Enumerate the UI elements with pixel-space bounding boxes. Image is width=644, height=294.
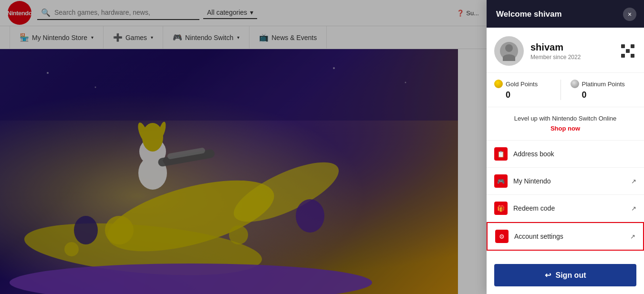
my-nintendo-icon: 🎮: [494, 174, 508, 188]
hero-illustration: [0, 49, 458, 294]
sign-out-label: Sign out: [556, 271, 586, 280]
shop-now-link[interactable]: Shop now: [551, 125, 580, 132]
support-label: Su...: [466, 10, 479, 17]
welcome-text: Welcome shivam: [496, 10, 562, 19]
search-bar[interactable]: 🔍: [37, 6, 199, 20]
chevron-games: ▾: [151, 35, 153, 40]
panel-header: Welcome shivam ×: [487, 0, 644, 28]
hero-background: [0, 49, 458, 294]
switch-icon: 🎮: [173, 33, 182, 42]
chevron-down-icon: ▾: [250, 9, 253, 16]
nav-label-games: Games: [125, 34, 147, 41]
close-button[interactable]: ×: [623, 8, 636, 21]
svg-point-13: [296, 199, 324, 233]
nso-promo: Level up with Nintendo Switch Online Sho…: [487, 107, 644, 141]
store-icon: 🏪: [20, 33, 29, 42]
nav-item-games[interactable]: ➕ Games ▾: [104, 26, 163, 49]
platinum-points-value: 0: [571, 90, 587, 100]
games-icon: ➕: [113, 33, 123, 42]
account-settings-icon: ⚙: [495, 230, 509, 243]
menu-item-address-book[interactable]: 📋 Address book: [487, 141, 644, 168]
platinum-points-item: Platinum Points 0: [561, 80, 637, 100]
search-icon: 🔍: [41, 8, 51, 17]
profile-left: shivam Member since 2022: [494, 36, 581, 66]
nav-label-store: My Nintendo Store: [32, 34, 87, 41]
main-content: Nintendo 🔍 All categories ▾ ❓ Su... 🏪 My…: [0, 0, 487, 294]
logo-text: Nintendo: [7, 10, 32, 17]
svg-point-12: [74, 216, 98, 244]
platinum-points-icon: [571, 80, 579, 88]
nav-label-news: News & Events: [271, 34, 317, 41]
svg-point-17: [47, 72, 49, 74]
menu-items: 📋 Address book 🎮 My Nintendo ↗ 🎁 Redeem …: [487, 141, 644, 258]
svg-point-18: [95, 87, 96, 88]
gold-points-label-row: Gold Points: [494, 80, 538, 88]
svg-point-4: [229, 225, 248, 244]
external-link-icon-3: ↗: [630, 233, 635, 240]
nav-item-nintendo-switch[interactable]: 🎮 Nintendo Switch ▾: [163, 26, 249, 49]
category-label: All categories: [207, 9, 247, 16]
member-since: Member since 2022: [530, 54, 581, 61]
nso-promo-text: Level up with Nintendo Switch Online: [494, 115, 636, 122]
external-link-icon-2: ↗: [631, 205, 636, 212]
menu-item-label-redeem-code: Redeem code: [513, 204, 631, 212]
menu-item-redeem-code[interactable]: 🎁 Redeem code ↗: [487, 195, 644, 222]
category-selector[interactable]: All categories ▾: [203, 7, 257, 19]
panel-body: shivam Member since 2022 Gold Points 0: [487, 28, 644, 294]
address-book-icon: 📋: [494, 147, 508, 161]
chevron-store: ▾: [91, 35, 93, 40]
gold-points-value: 0: [494, 90, 510, 100]
gold-points-item: Gold Points 0: [494, 80, 561, 100]
svg-rect-16: [0, 49, 458, 121]
chevron-switch: ▾: [237, 35, 239, 40]
menu-item-account-settings[interactable]: ⚙ Account settings ↗: [487, 222, 644, 251]
qr-code-button[interactable]: [619, 42, 636, 60]
redeem-code-icon: 🎁: [494, 202, 508, 215]
support-button[interactable]: ❓ Su...: [457, 10, 479, 17]
user-panel: Welcome shivam × shivam Member since 202…: [487, 0, 644, 294]
news-icon: 📺: [259, 33, 269, 42]
nav-item-my-nintendo-store[interactable]: 🏪 My Nintendo Store ▾: [10, 26, 104, 49]
sign-out-button[interactable]: ↩ Sign out: [494, 264, 636, 286]
svg-point-5: [64, 242, 79, 256]
gold-points-icon: [494, 80, 503, 88]
search-input[interactable]: [54, 9, 150, 16]
close-icon: ×: [628, 10, 632, 18]
header: Nintendo 🔍 All categories ▾ ❓ Su...: [0, 0, 487, 26]
platinum-points-label: Platinum Points: [582, 81, 625, 88]
gold-points-label: Gold Points: [506, 81, 538, 88]
question-icon: ❓: [457, 10, 464, 17]
nav-item-news-events[interactable]: 📺 News & Events: [249, 26, 327, 49]
profile-section: shivam Member since 2022: [487, 28, 644, 73]
username: shivam: [530, 42, 581, 53]
svg-point-6: [10, 264, 372, 294]
nav-label-switch: Nintendo Switch: [185, 34, 233, 41]
menu-item-label-address-book: Address book: [513, 150, 636, 158]
points-section: Gold Points 0 Platinum Points 0: [487, 73, 644, 107]
svg-point-20: [405, 82, 406, 83]
profile-info: shivam Member since 2022: [530, 42, 581, 61]
avatar-placeholder: [500, 42, 518, 60]
svg-point-3: [105, 216, 134, 244]
avatar: [494, 36, 524, 66]
svg-point-19: [333, 67, 335, 69]
hero-banner: [0, 49, 458, 294]
header-right: ❓ Su...: [457, 10, 479, 17]
menu-item-label-account-settings: Account settings: [514, 233, 630, 240]
nav-bar: 🏪 My Nintendo Store ▾ ➕ Games ▾ 🎮 Ninten…: [0, 26, 487, 49]
menu-item-my-nintendo[interactable]: 🎮 My Nintendo ↗: [487, 168, 644, 195]
menu-item-label-my-nintendo: My Nintendo: [513, 177, 631, 185]
sign-out-icon: ↩: [545, 271, 551, 280]
nintendo-logo[interactable]: Nintendo: [8, 1, 31, 25]
platinum-points-label-row: Platinum Points: [571, 80, 625, 88]
external-link-icon: ↗: [631, 178, 636, 185]
